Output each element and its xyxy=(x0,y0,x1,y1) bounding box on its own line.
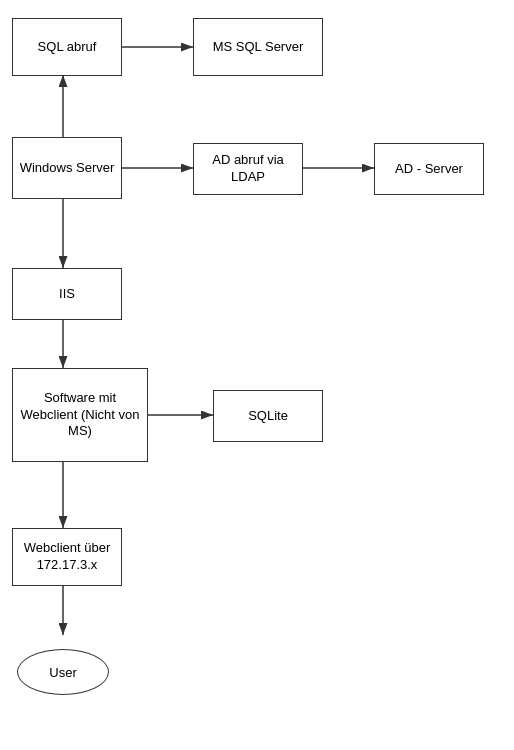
diagram: SQL abruf MS SQL Server Windows Server A… xyxy=(0,0,514,750)
node-sql-abruf-label: SQL abruf xyxy=(38,39,97,56)
node-sqlite-label: SQLite xyxy=(248,408,288,425)
node-ms-sql-server: MS SQL Server xyxy=(193,18,323,76)
node-ad-abruf: AD abruf via LDAP xyxy=(193,143,303,195)
node-ad-server-label: AD - Server xyxy=(395,161,463,178)
node-software-label: Software mit Webclient (Nicht von MS) xyxy=(19,390,141,441)
node-windows-server: Windows Server xyxy=(12,137,122,199)
node-iis: IIS xyxy=(12,268,122,320)
node-windows-server-label: Windows Server xyxy=(20,160,115,177)
node-sql-abruf: SQL abruf xyxy=(12,18,122,76)
node-ad-server: AD - Server xyxy=(374,143,484,195)
node-sqlite: SQLite xyxy=(213,390,323,442)
node-ms-sql-server-label: MS SQL Server xyxy=(213,39,304,56)
node-user: User xyxy=(17,649,109,695)
node-ad-abruf-label: AD abruf via LDAP xyxy=(200,152,296,186)
node-webclient: Webclient über 172.17.3.x xyxy=(12,528,122,586)
node-iis-label: IIS xyxy=(59,286,75,303)
node-user-label: User xyxy=(49,665,76,680)
node-software: Software mit Webclient (Nicht von MS) xyxy=(12,368,148,462)
node-webclient-label: Webclient über 172.17.3.x xyxy=(19,540,115,574)
